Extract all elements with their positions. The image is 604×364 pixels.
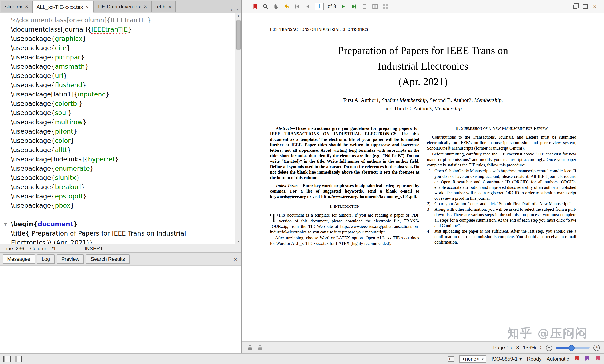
minimize-window-icon[interactable] bbox=[564, 4, 568, 8]
close-tab-icon[interactable]: × bbox=[144, 4, 147, 9]
gutter bbox=[0, 229, 11, 238]
code-line[interactable]: \usepackage{pbox} bbox=[0, 201, 236, 210]
close-tab-icon[interactable]: × bbox=[25, 4, 28, 9]
code-line[interactable]: ▼\begin{document} bbox=[0, 219, 236, 229]
code-line[interactable]: Electronics \\ (Apr. 2021)} bbox=[0, 238, 236, 244]
introduction-text: document is a template for authors. If y… bbox=[270, 213, 419, 234]
code-line[interactable]: \usepackage[latin1]{inputenc} bbox=[0, 90, 236, 99]
panel-tab-messages[interactable]: Messages bbox=[2, 254, 35, 264]
previous-page-icon[interactable] bbox=[304, 3, 311, 10]
scroll-down-icon[interactable]: ▼ bbox=[236, 238, 241, 244]
code-line[interactable]: \usepackage{multirow} bbox=[0, 118, 236, 127]
submission-step: 3)Along with other information, you will… bbox=[427, 206, 576, 228]
pink-bookmark-icon[interactable] bbox=[595, 355, 601, 363]
code-line[interactable]: \usepackage{picinpar} bbox=[0, 53, 236, 62]
code-line[interactable]: \usepackage{soul} bbox=[0, 108, 236, 118]
panel-tab-search-results[interactable]: Search Results bbox=[86, 254, 130, 264]
close-tab-icon[interactable]: × bbox=[168, 4, 171, 9]
tab-scroll-right-icon[interactable]: › bbox=[235, 6, 239, 13]
code-line-text: \usepackage{graphicx} bbox=[11, 34, 86, 43]
single-page-view-icon[interactable] bbox=[361, 3, 368, 10]
editor-vertical-scrollbar[interactable]: ▲ ▼ bbox=[235, 13, 241, 244]
code-line-text: \usepackage{url} bbox=[11, 71, 67, 80]
code-line-text: \usepackage{pbox} bbox=[11, 201, 74, 210]
code-line-text: \usepackage{cite} bbox=[11, 43, 71, 53]
code-line[interactable]: \usepackage{url} bbox=[0, 71, 236, 80]
zoom-slider-fill bbox=[556, 347, 570, 349]
encoding-combo[interactable]: ISO-8859-1▾ bbox=[491, 356, 522, 362]
code-area[interactable]: %\documentclass[onecolumn]{IEEEtranTIE}\… bbox=[0, 13, 236, 244]
first-page-icon[interactable] bbox=[294, 3, 300, 10]
code-line-text: \usepackage{epstopdf} bbox=[11, 192, 87, 201]
code-editor[interactable]: %\documentclass[onecolumn]{IEEEtranTIE}\… bbox=[0, 13, 241, 244]
code-line[interactable]: \usepackage{pifont} bbox=[0, 127, 236, 136]
panel-tab-preview[interactable]: Preview bbox=[57, 254, 84, 264]
zoom-slider[interactable] bbox=[556, 347, 590, 349]
overview-mode-icon[interactable] bbox=[382, 3, 389, 10]
editor-tab[interactable]: TIE-Data-driven.tex× bbox=[93, 1, 151, 12]
gutter bbox=[0, 90, 11, 99]
bookmark-icon[interactable] bbox=[252, 3, 258, 10]
code-line[interactable]: \usepackage{cite} bbox=[0, 43, 236, 53]
zoom-spinner[interactable]: ▲▼ bbox=[540, 345, 542, 350]
code-line[interactable]: %\documentclass[onecolumn]{IEEEtranTIE} bbox=[0, 16, 236, 25]
code-line[interactable]: \usepackage{siunitx} bbox=[0, 173, 236, 182]
lock-icon[interactable] bbox=[246, 344, 253, 351]
paper-title-line-2: Industrial Electronics bbox=[272, 58, 575, 74]
close-panel-icon[interactable]: × bbox=[234, 256, 239, 263]
editor-tab[interactable]: ALL_xx-TIE-xxxx.tex× bbox=[32, 1, 93, 13]
pan-hand-icon[interactable] bbox=[273, 3, 279, 10]
languagetool-icon[interactable]: LT bbox=[448, 356, 454, 362]
red-bookmark-icon[interactable] bbox=[574, 355, 579, 363]
panel-tab-log[interactable]: Log bbox=[37, 254, 55, 264]
pdf-bottom-bar: Page 1 of 8 139% ▲▼ − + bbox=[242, 341, 604, 353]
paper-title-line-3: (Apr. 2021) bbox=[272, 74, 575, 89]
submission-step: 2)Go to your Author Center and click “Su… bbox=[427, 201, 576, 206]
close-window-icon[interactable]: × bbox=[593, 4, 596, 9]
code-line[interactable]: \usepackage{alltt} bbox=[0, 145, 236, 155]
restore-window-icon[interactable] bbox=[573, 5, 578, 9]
page-number-input[interactable] bbox=[315, 3, 324, 10]
toggle-bottom-panel-icon[interactable] bbox=[15, 356, 22, 362]
code-line[interactable]: \usepackage{enumerate} bbox=[0, 164, 236, 173]
code-line[interactable]: \documentclass[journal]{IEEEtranTIE} bbox=[0, 25, 236, 34]
pdf-document-view[interactable]: IEEE TRANSACTIONS ON INDUSTRIAL ELECTRON… bbox=[242, 13, 604, 341]
insert-mode-indicator: INSERT bbox=[85, 245, 103, 251]
code-line[interactable]: \usepackage{graphicx} bbox=[0, 34, 236, 43]
code-line[interactable]: \usepackage{amsmath} bbox=[0, 62, 236, 71]
code-line[interactable]: \usepackage{breakurl} bbox=[0, 182, 236, 192]
facing-pages-view-icon[interactable] bbox=[372, 3, 378, 10]
zoom-in-icon[interactable]: + bbox=[593, 344, 600, 351]
toggle-structure-panel-icon[interactable] bbox=[3, 356, 11, 362]
next-page-icon[interactable] bbox=[340, 3, 347, 10]
code-line[interactable]: \usepackage{color} bbox=[0, 136, 236, 145]
maximize-window-icon[interactable] bbox=[583, 4, 588, 9]
gutter bbox=[0, 43, 11, 53]
back-history-icon[interactable] bbox=[283, 3, 290, 10]
code-line[interactable] bbox=[0, 210, 236, 219]
last-page-icon[interactable] bbox=[351, 3, 357, 10]
code-line[interactable]: \usepackage[hidelinks]{hyperref} bbox=[0, 155, 236, 164]
zoom-out-icon[interactable]: − bbox=[546, 344, 552, 351]
code-line-text: \usepackage{picinpar} bbox=[11, 53, 85, 62]
code-line[interactable]: \title{ Preparation of Papers for IEEE T… bbox=[0, 229, 236, 238]
fold-marker-icon[interactable]: ▼ bbox=[0, 219, 11, 229]
zoom-slider-handle[interactable] bbox=[569, 345, 575, 351]
close-tab-icon[interactable]: × bbox=[86, 4, 89, 10]
zoom-spin-down-icon[interactable]: ▼ bbox=[540, 348, 542, 350]
editor-tab[interactable]: ref.b× bbox=[151, 1, 176, 12]
search-icon[interactable] bbox=[262, 3, 269, 10]
tab-scroll-left-icon[interactable]: ‹ bbox=[229, 6, 234, 13]
gutter bbox=[0, 71, 11, 80]
editor-tab[interactable]: slidetex× bbox=[1, 1, 32, 12]
scroll-up-icon[interactable]: ▲ bbox=[236, 13, 241, 19]
lock-annotations-icon[interactable] bbox=[256, 344, 263, 351]
purple-bookmark-icon[interactable] bbox=[585, 355, 590, 363]
gutter bbox=[0, 155, 11, 164]
gutter bbox=[0, 127, 11, 136]
dictionary-combo[interactable]: <none>▾ bbox=[459, 355, 486, 363]
code-line[interactable]: \usepackage{flushend} bbox=[0, 80, 236, 90]
code-line[interactable]: \usepackage{epstopdf} bbox=[0, 192, 236, 201]
code-line[interactable]: \usepackage{colortbl} bbox=[0, 99, 236, 108]
scrollbar-thumb[interactable] bbox=[236, 20, 240, 50]
